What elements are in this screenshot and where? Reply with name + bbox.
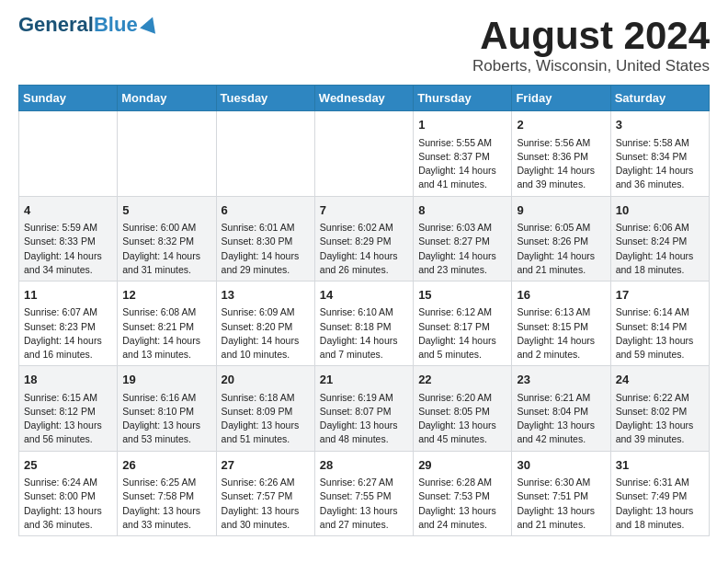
cell-info: Sunset: 8:05 PM	[418, 405, 506, 419]
day-number: 1	[418, 116, 506, 134]
calendar-cell: 31Sunrise: 6:31 AMSunset: 7:49 PMDayligh…	[610, 451, 709, 535]
cell-info: Daylight: 13 hours	[24, 504, 112, 518]
cell-info: and 48 minutes.	[320, 432, 408, 446]
calendar-cell: 27Sunrise: 6:26 AMSunset: 7:57 PMDayligh…	[216, 451, 314, 535]
cell-info: Sunset: 7:49 PM	[616, 489, 704, 503]
cell-info: and 39 minutes.	[517, 178, 605, 191]
cell-info: Daylight: 13 hours	[122, 504, 210, 518]
day-number: 15	[418, 286, 506, 304]
cell-info: Sunset: 8:04 PM	[517, 405, 605, 419]
cell-info: Sunrise: 6:13 AM	[517, 305, 605, 319]
cell-info: Sunset: 8:36 PM	[517, 150, 605, 164]
day-number: 23	[517, 371, 605, 389]
cell-info: Sunset: 8:14 PM	[616, 320, 704, 334]
calendar-cell: 14Sunrise: 6:10 AMSunset: 8:18 PMDayligh…	[314, 281, 413, 365]
main-title: August 2024	[472, 15, 710, 57]
day-number: 19	[122, 371, 210, 389]
cell-info: Daylight: 13 hours	[24, 419, 112, 432]
cell-info: Sunset: 8:07 PM	[320, 405, 408, 419]
logo: GeneralBlue	[18, 15, 160, 35]
calendar-cell	[118, 111, 216, 196]
cell-info: Sunrise: 6:27 AM	[320, 476, 408, 489]
cell-info: and 18 minutes.	[616, 518, 704, 532]
cell-info: Daylight: 13 hours	[616, 334, 704, 348]
calendar-header-row: SundayMondayTuesdayWednesdayThursdayFrid…	[19, 86, 710, 111]
cell-info: Sunrise: 6:18 AM	[222, 391, 310, 405]
cell-info: Sunrise: 6:00 AM	[122, 221, 210, 235]
calendar-cell: 16Sunrise: 6:13 AMSunset: 8:15 PMDayligh…	[512, 281, 610, 365]
day-number: 16	[517, 286, 605, 304]
cell-info: Sunrise: 6:20 AM	[418, 391, 506, 405]
cell-info: Sunrise: 5:56 AM	[517, 136, 605, 150]
page: GeneralBlue August 2024 Roberts, Wiscons…	[0, 0, 728, 551]
cell-info: Daylight: 14 hours	[517, 164, 605, 178]
cell-info: Sunrise: 5:59 AM	[24, 221, 112, 235]
calendar-cell: 8Sunrise: 6:03 AMSunset: 8:27 PMDaylight…	[414, 196, 512, 281]
cell-info: Sunset: 8:15 PM	[517, 320, 605, 334]
cell-info: Sunrise: 6:09 AM	[222, 305, 310, 319]
cell-info: and 42 minutes.	[517, 432, 605, 446]
week-row-5: 25Sunrise: 6:24 AMSunset: 8:00 PMDayligh…	[19, 451, 710, 535]
calendar-cell	[314, 111, 413, 196]
day-number: 18	[24, 371, 112, 389]
calendar-cell: 3Sunrise: 5:58 AMSunset: 8:34 PMDaylight…	[610, 111, 709, 196]
cell-info: Sunset: 8:32 PM	[122, 235, 210, 248]
cell-info: and 16 minutes.	[24, 348, 112, 362]
calendar-cell: 20Sunrise: 6:18 AMSunset: 8:09 PMDayligh…	[216, 366, 314, 451]
cell-info: Daylight: 14 hours	[616, 164, 704, 178]
calendar-cell: 21Sunrise: 6:19 AMSunset: 8:07 PMDayligh…	[314, 366, 413, 451]
cell-info: Sunset: 8:10 PM	[122, 405, 210, 419]
cell-info: Sunset: 7:51 PM	[517, 489, 605, 503]
cell-info: and 10 minutes.	[222, 348, 310, 362]
calendar-cell: 28Sunrise: 6:27 AMSunset: 7:55 PMDayligh…	[314, 451, 413, 535]
calendar-cell: 30Sunrise: 6:30 AMSunset: 7:51 PMDayligh…	[512, 451, 610, 535]
calendar-cell: 12Sunrise: 6:08 AMSunset: 8:21 PMDayligh…	[118, 281, 216, 365]
day-number: 13	[222, 286, 310, 304]
cell-info: Sunset: 8:27 PM	[418, 235, 506, 248]
cell-info: Sunset: 8:02 PM	[616, 405, 704, 419]
cell-info: Sunrise: 6:07 AM	[24, 305, 112, 319]
day-number: 26	[122, 456, 210, 475]
calendar-cell: 25Sunrise: 6:24 AMSunset: 8:00 PMDayligh…	[19, 451, 118, 535]
day-number: 25	[24, 456, 112, 475]
calendar-cell: 10Sunrise: 6:06 AMSunset: 8:24 PMDayligh…	[610, 196, 709, 281]
cell-info: Daylight: 13 hours	[222, 504, 310, 518]
cell-info: Daylight: 14 hours	[122, 249, 210, 263]
cell-info: and 13 minutes.	[122, 348, 210, 362]
cell-info: Sunset: 8:12 PM	[24, 405, 112, 419]
svg-marker-0	[140, 15, 160, 34]
calendar-cell: 1Sunrise: 5:55 AMSunset: 8:37 PMDaylight…	[414, 111, 512, 196]
cell-info: Daylight: 14 hours	[418, 164, 506, 178]
calendar-cell: 7Sunrise: 6:02 AMSunset: 8:29 PMDaylight…	[314, 196, 413, 281]
cell-info: Sunrise: 6:25 AM	[122, 476, 210, 489]
cell-info: and 23 minutes.	[418, 263, 506, 277]
cell-info: Sunrise: 6:28 AM	[418, 476, 506, 489]
subtitle: Roberts, Wisconsin, United States	[472, 57, 710, 75]
calendar-cell: 15Sunrise: 6:12 AMSunset: 8:17 PMDayligh…	[414, 281, 512, 365]
day-number: 22	[418, 371, 506, 389]
cell-info: Sunset: 8:30 PM	[222, 235, 310, 248]
calendar-cell: 24Sunrise: 6:22 AMSunset: 8:02 PMDayligh…	[610, 366, 709, 451]
header-saturday: Saturday	[610, 86, 709, 111]
calendar-cell: 23Sunrise: 6:21 AMSunset: 8:04 PMDayligh…	[512, 366, 610, 451]
day-number: 27	[222, 456, 310, 475]
cell-info: Sunset: 8:23 PM	[24, 320, 112, 334]
cell-info: Daylight: 14 hours	[418, 249, 506, 263]
cell-info: Sunset: 8:34 PM	[616, 150, 704, 164]
cell-info: Sunset: 7:55 PM	[320, 489, 408, 503]
cell-info: and 59 minutes.	[616, 348, 704, 362]
cell-info: Daylight: 13 hours	[616, 504, 704, 518]
cell-info: and 34 minutes.	[24, 263, 112, 277]
cell-info: and 21 minutes.	[517, 263, 605, 277]
day-number: 20	[222, 371, 310, 389]
day-number: 24	[616, 371, 704, 389]
cell-info: Daylight: 13 hours	[517, 504, 605, 518]
day-number: 14	[320, 286, 408, 304]
cell-info: Sunrise: 6:12 AM	[418, 305, 506, 319]
calendar-cell: 9Sunrise: 6:05 AMSunset: 8:26 PMDaylight…	[512, 196, 610, 281]
cell-info: Sunrise: 6:01 AM	[222, 221, 310, 235]
day-number: 7	[320, 201, 408, 220]
cell-info: Sunset: 7:53 PM	[418, 489, 506, 503]
cell-info: Sunrise: 6:19 AM	[320, 391, 408, 405]
cell-info: Daylight: 13 hours	[122, 419, 210, 432]
